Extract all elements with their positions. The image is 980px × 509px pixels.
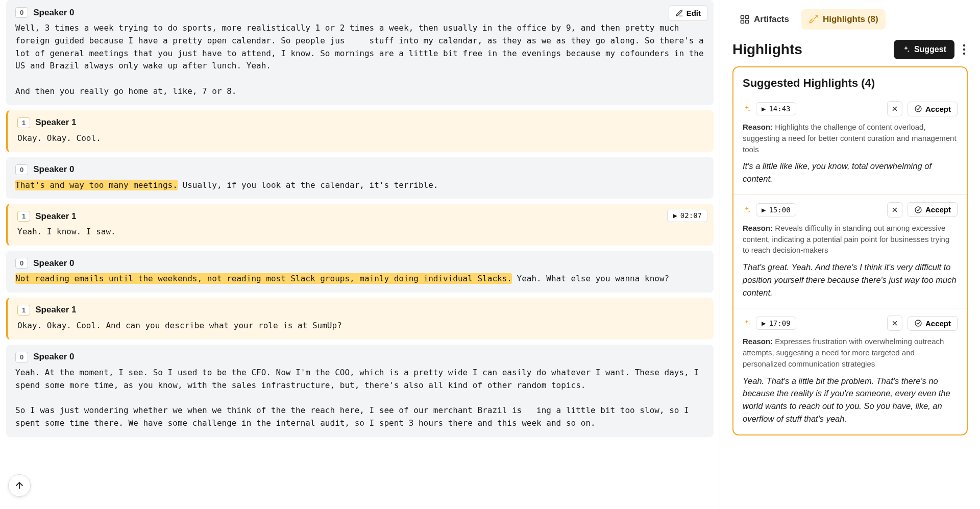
check-circle-icon [914, 319, 922, 327]
text-span: Well, 3 times a week trying to do sports… [15, 23, 708, 96]
sparkle-icon [902, 45, 910, 54]
accept-button[interactable]: Accept [908, 102, 958, 116]
dots-vertical-icon [963, 44, 966, 55]
speaker-name: Speaker 0 [33, 258, 74, 269]
text-span: Usually, if you look at the calendar, it… [178, 180, 438, 190]
transcript-block[interactable]: 1Speaker 1▶02:07Yeah. I know. I saw. [6, 204, 714, 246]
speaker-row: 1Speaker 1 [17, 117, 704, 128]
speaker-badge: 1 [17, 305, 30, 316]
svg-rect-0 [741, 16, 744, 19]
suggested-highlights-box: Suggested Highlights (4) ▶14:43AcceptRea… [732, 66, 968, 435]
svg-rect-2 [741, 20, 744, 23]
accept-button[interactable]: Accept [908, 316, 958, 331]
svg-point-6 [963, 53, 965, 55]
speaker-row: 1Speaker 1 [17, 211, 704, 222]
sidebar-header: Highlights Suggest [720, 30, 980, 66]
svg-point-4 [963, 44, 965, 46]
suggestion-row: ▶17:09Accept [743, 316, 958, 331]
transcript-text[interactable]: Not reading emails until the weekends, n… [15, 273, 704, 285]
transcript-text[interactable]: Okay. Okay. Cool. [17, 132, 704, 145]
pencil-icon [675, 9, 683, 17]
svg-rect-1 [746, 16, 749, 19]
suggestion-quote: That's great. Yeah. And there's I think … [743, 261, 958, 299]
transcript-text[interactable]: Yeah. I know. I saw. [17, 226, 704, 238]
transcript-text[interactable]: Okay. Okay. Cool. And can you describe w… [17, 320, 704, 332]
transcript-block[interactable]: 1Speaker 1Okay. Okay. Cool. And can you … [6, 298, 714, 340]
text-span: Okay. Okay. Cool. [17, 133, 101, 143]
suggest-label: Suggest [914, 45, 946, 54]
arrow-up-icon [14, 480, 24, 491]
suggested-highlights-heading: Suggested Highlights (4) [733, 67, 967, 94]
text-span: Yeah. I know. I saw. [17, 227, 116, 236]
speaker-name: Speaker 0 [33, 352, 74, 362]
dismiss-button[interactable] [887, 202, 902, 217]
tab-artifacts-label: Artifacts [754, 14, 789, 25]
speaker-name: Speaker 1 [35, 117, 76, 128]
suggestion-row: ▶15:00Accept [743, 202, 958, 217]
speaker-badge: 1 [17, 211, 30, 222]
suggestion-timestamp[interactable]: ▶14:43 [756, 102, 796, 115]
speaker-row: 0Speaker 0 [15, 164, 704, 175]
transcript-block[interactable]: 0Speaker 0Not reading emails until the w… [6, 251, 714, 293]
speaker-row: 0Speaker 0 [15, 352, 704, 362]
text-span: Yeah. At the moment, I see. So I used to… [15, 368, 704, 428]
tab-highlights[interactable]: Highlights (8) [801, 9, 886, 30]
close-icon [891, 105, 898, 112]
header-actions: Suggest [894, 40, 968, 59]
speaker-badge: 0 [15, 7, 28, 18]
svg-point-5 [963, 49, 965, 51]
close-icon [891, 206, 898, 213]
close-icon [891, 320, 898, 327]
speaker-row: 1Speaker 1 [17, 305, 704, 316]
speaker-badge: 1 [17, 117, 30, 128]
text-span: Okay. Okay. Cool. And can you describe w… [17, 321, 342, 330]
svg-point-7 [915, 106, 921, 112]
suggestion-item: ▶14:43AcceptReason: Highlights the chall… [733, 94, 967, 195]
grid-icon [740, 14, 750, 25]
suggestion-timestamp[interactable]: ▶17:09 [756, 317, 796, 330]
dismiss-button[interactable] [887, 101, 902, 116]
dismiss-button[interactable] [887, 316, 902, 331]
suggestion-row: ▶14:43Accept [743, 101, 958, 116]
speaker-name: Speaker 0 [33, 164, 74, 175]
suggestion-item: ▶15:00AcceptReason: Reveals difficulty i… [733, 195, 967, 308]
play-icon: ▶ [762, 105, 766, 113]
sparkle-icon [743, 206, 751, 214]
more-menu-button[interactable] [961, 42, 968, 57]
sparkle-icon [743, 319, 751, 327]
transcript-text[interactable]: That's and way too many meetings. Usuall… [15, 179, 704, 192]
edit-button[interactable]: Edit [669, 5, 707, 21]
scroll-to-top-button[interactable] [8, 474, 31, 497]
speaker-row: 0Speaker 0 [15, 7, 704, 18]
speaker-row: 0Speaker 0 [15, 258, 704, 269]
svg-point-9 [915, 320, 921, 326]
play-icon: ▶ [762, 206, 766, 214]
speaker-badge: 0 [15, 258, 28, 269]
highlighted-span: That's and way too many meetings. [15, 180, 178, 190]
tab-highlights-label: Highlights (8) [823, 14, 878, 25]
transcript-text[interactable]: Yeah. At the moment, I see. So I used to… [15, 367, 704, 430]
transcript-text[interactable]: Well, 3 times a week trying to do sports… [15, 22, 704, 98]
speaker-name: Speaker 0 [33, 8, 74, 18]
check-circle-icon [914, 206, 922, 214]
tab-artifacts[interactable]: Artifacts [732, 9, 796, 30]
speaker-badge: 0 [15, 164, 28, 175]
sparkle-icon [743, 105, 751, 113]
timestamp-chip[interactable]: ▶02:07 [667, 209, 707, 222]
transcript-block[interactable]: 1Speaker 1Okay. Okay. Cool. [6, 110, 714, 152]
play-icon: ▶ [762, 319, 766, 327]
suggestion-quote: Yeah. That's a little bit the problem. T… [743, 375, 958, 425]
accept-button[interactable]: Accept [908, 202, 958, 217]
highlighter-icon [808, 14, 819, 25]
text-span: Yeah. What else you wanna know? [512, 274, 669, 283]
speaker-name: Speaker 1 [35, 211, 76, 222]
transcript-block[interactable]: 0Speaker 0EditWell, 3 times a week tryin… [6, 0, 714, 105]
transcript-block[interactable]: 0Speaker 0That's and way too many meetin… [6, 157, 714, 199]
svg-rect-3 [746, 20, 749, 23]
speaker-badge: 0 [15, 352, 28, 362]
suggest-button[interactable]: Suggest [894, 40, 954, 59]
check-circle-icon [914, 105, 922, 113]
transcript-block[interactable]: 0Speaker 0Yeah. At the moment, I see. So… [6, 345, 714, 437]
suggestion-quote: It's a little like like, you know, total… [743, 160, 958, 185]
suggestion-timestamp[interactable]: ▶15:00 [756, 203, 796, 216]
